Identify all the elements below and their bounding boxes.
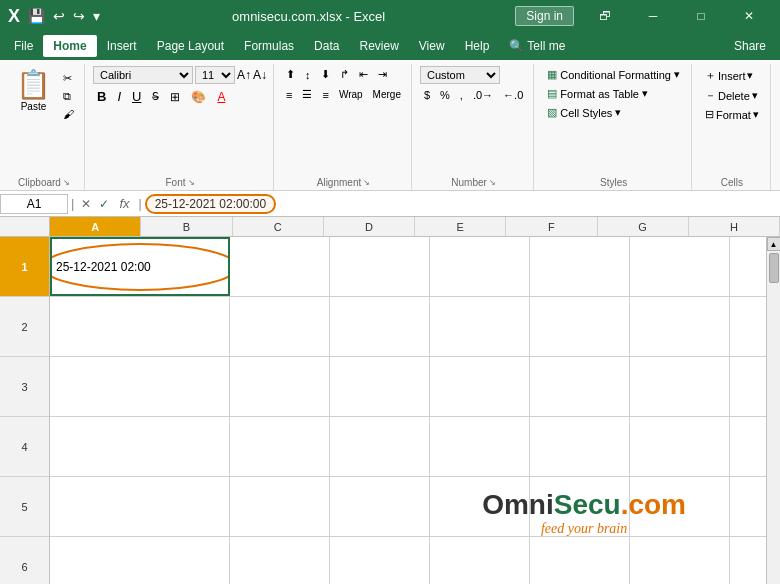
cell-F4[interactable]	[630, 417, 730, 476]
close-button[interactable]: ✕	[726, 2, 772, 30]
number-expand-icon[interactable]: ↘	[489, 178, 496, 187]
cell-B3[interactable]	[230, 357, 330, 416]
cell-E2[interactable]	[530, 297, 630, 356]
cell-B2[interactable]	[230, 297, 330, 356]
align-bottom-button[interactable]: ⬇	[317, 66, 334, 83]
cut-button[interactable]: ✂	[59, 70, 78, 87]
conditional-formatting-button[interactable]: ▦ Conditional Formatting ▾	[542, 66, 685, 83]
cancel-formula-button[interactable]: ✕	[77, 195, 95, 213]
cell-C5[interactable]	[330, 477, 430, 536]
row-number-3[interactable]: 3	[0, 357, 49, 417]
cell-D6[interactable]	[430, 537, 530, 584]
bold-button[interactable]: B	[93, 87, 110, 106]
cell-C4[interactable]	[330, 417, 430, 476]
cell-A3[interactable]	[50, 357, 230, 416]
underline-button[interactable]: U	[128, 87, 145, 106]
align-top-button[interactable]: ⬆	[282, 66, 299, 83]
cell-E6[interactable]	[530, 537, 630, 584]
cell-F2[interactable]	[630, 297, 730, 356]
row-number-4[interactable]: 4	[0, 417, 49, 477]
menu-help[interactable]: Help	[455, 35, 500, 57]
cell-E1[interactable]	[530, 237, 630, 296]
cell-E4[interactable]	[530, 417, 630, 476]
cell-A2[interactable]	[50, 297, 230, 356]
col-header-H[interactable]: H	[689, 217, 780, 236]
cell-F3[interactable]	[630, 357, 730, 416]
merge-center-button[interactable]: Merge	[369, 86, 405, 103]
text-direction-button[interactable]: ↱	[336, 66, 353, 83]
cell-D3[interactable]	[430, 357, 530, 416]
insert-function-button[interactable]: fx	[113, 194, 135, 213]
cell-B4[interactable]	[230, 417, 330, 476]
cell-G5[interactable]	[730, 477, 766, 536]
format-painter-button[interactable]: 🖌	[59, 106, 78, 122]
menu-share[interactable]: Share	[724, 35, 776, 57]
menu-formulas[interactable]: Formulas	[234, 35, 304, 57]
menu-insert[interactable]: Insert	[97, 35, 147, 57]
cell-D2[interactable]	[430, 297, 530, 356]
sign-in-button[interactable]: Sign in	[515, 6, 574, 26]
col-header-E[interactable]: E	[415, 217, 506, 236]
increase-font-icon[interactable]: A↑	[237, 68, 251, 82]
decrease-decimal-button[interactable]: ←.0	[499, 87, 527, 103]
confirm-formula-button[interactable]: ✓	[95, 195, 113, 213]
menu-tell-me[interactable]: 🔍 Tell me	[499, 35, 575, 57]
cell-A4[interactable]	[50, 417, 230, 476]
cell-G1[interactable]	[730, 237, 766, 296]
comma-button[interactable]: ,	[456, 87, 467, 103]
cell-E3[interactable]	[530, 357, 630, 416]
scroll-thumb[interactable]	[769, 253, 779, 283]
cell-D1[interactable]	[430, 237, 530, 296]
row-number-2[interactable]: 2	[0, 297, 49, 357]
cell-G3[interactable]	[730, 357, 766, 416]
border-button[interactable]: ⊞	[166, 88, 184, 106]
col-header-A[interactable]: A	[50, 217, 141, 236]
accounting-format-button[interactable]: $	[420, 87, 434, 103]
cell-D4[interactable]	[430, 417, 530, 476]
fill-color-button[interactable]: 🎨	[187, 88, 210, 106]
clipboard-expand-icon[interactable]: ↘	[63, 178, 70, 187]
font-name-select[interactable]: Calibri	[93, 66, 193, 84]
menu-review[interactable]: Review	[349, 35, 408, 57]
italic-button[interactable]: I	[113, 87, 125, 106]
font-expand-icon[interactable]: ↘	[188, 178, 195, 187]
cell-A5[interactable]	[50, 477, 230, 536]
row-number-1[interactable]: 1	[0, 237, 49, 297]
cell-B1[interactable]	[230, 237, 330, 296]
paste-button[interactable]: 📋 Paste	[10, 66, 57, 122]
col-header-F[interactable]: F	[506, 217, 597, 236]
align-left-button[interactable]: ≡	[282, 86, 296, 103]
font-color-button[interactable]: A	[213, 88, 229, 106]
font-size-select[interactable]: 11	[195, 66, 235, 84]
col-header-D[interactable]: D	[324, 217, 415, 236]
cell-styles-button[interactable]: ▧ Cell Styles ▾	[542, 104, 685, 121]
menu-home[interactable]: Home	[43, 35, 96, 57]
cell-A6[interactable]	[50, 537, 230, 584]
align-middle-button[interactable]: ↕	[301, 66, 315, 83]
cell-C3[interactable]	[330, 357, 430, 416]
cell-B5[interactable]	[230, 477, 330, 536]
cell-G4[interactable]	[730, 417, 766, 476]
row-number-5[interactable]: 5	[0, 477, 49, 537]
copy-button[interactable]: ⧉	[59, 88, 78, 105]
cell-F1[interactable]	[630, 237, 730, 296]
row-number-6[interactable]: 6	[0, 537, 49, 584]
percent-button[interactable]: %	[436, 87, 454, 103]
align-center-button[interactable]: ☰	[298, 86, 316, 103]
menu-page-layout[interactable]: Page Layout	[147, 35, 234, 57]
strikethrough-button[interactable]: S̶	[148, 88, 163, 105]
cell-G6[interactable]	[730, 537, 766, 584]
col-header-B[interactable]: B	[141, 217, 232, 236]
format-cells-button[interactable]: ⊟ Format ▾	[700, 106, 764, 123]
align-right-button[interactable]: ≡	[318, 86, 332, 103]
indent-right-button[interactable]: ⇥	[374, 66, 391, 83]
scroll-up-arrow[interactable]: ▲	[767, 237, 781, 251]
col-header-G[interactable]: G	[598, 217, 689, 236]
number-format-select[interactable]: Custom	[420, 66, 500, 84]
menu-view[interactable]: View	[409, 35, 455, 57]
delete-cells-button[interactable]: － Delete ▾	[700, 86, 764, 105]
cell-G2[interactable]	[730, 297, 766, 356]
redo-icon[interactable]: ↪	[71, 6, 87, 26]
cell-B6[interactable]	[230, 537, 330, 584]
cell-F6[interactable]	[630, 537, 730, 584]
